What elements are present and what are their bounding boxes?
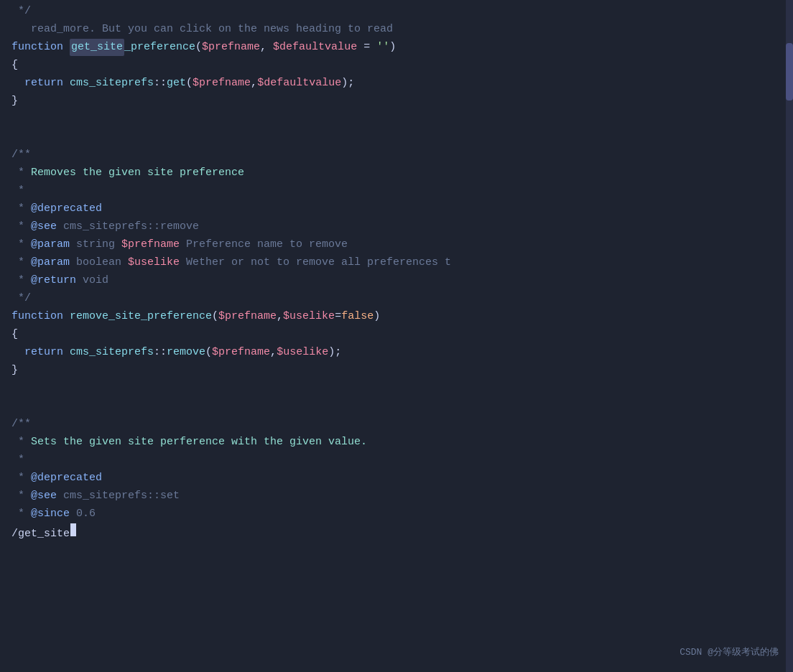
jsdoc-tag-see2: @see <box>31 487 57 505</box>
comma2: , <box>277 308 283 325</box>
code-text: read_more. But you can click on the news… <box>11 21 393 38</box>
jsdoc-param2-desc: Wether or not to remove all preferences … <box>180 254 451 271</box>
code-line-jsdoc-open2: /** <box>0 416 793 434</box>
code-line-jsdoc-open: /** <box>0 146 793 164</box>
code-line-jsdoc2: * Sets the given site perference with th… <box>0 434 793 452</box>
code-line-function-get-site: function get_site_preference($prefname, … <box>0 39 793 57</box>
code-line-empty2 <box>0 380 793 398</box>
code-line-empty <box>0 111 793 129</box>
jsdoc-desc: * <box>11 164 31 182</box>
code-line-param2: * @param boolean $uselike Wether or not … <box>0 254 793 272</box>
jsdoc-since-value: 0.6 <box>70 505 96 523</box>
text-cursor <box>70 523 76 536</box>
jsdoc-tag-since: @since <box>31 505 70 523</box>
jsdoc-param-desc: Preference name to remove <box>180 236 348 253</box>
jsdoc-see-value: cms_siteprefs::remove <box>57 218 199 235</box>
brace-close2: } <box>11 362 18 379</box>
jsdoc-star4: * <box>11 236 31 253</box>
paren-close-semi2: ); <box>328 344 341 361</box>
code-line: read_more. But you can click on the news… <box>0 21 793 39</box>
code-line-brace: { <box>0 57 793 75</box>
arg-defaultvalue: $defaultvalue <box>257 75 341 92</box>
jsdoc-tag-see: @see <box>31 218 57 235</box>
arg-prefname2: $prefname <box>212 344 270 361</box>
code-line-since: * @since 0.6 <box>0 505 793 523</box>
jsdoc-see-value2: cms_siteprefs::set <box>57 487 180 505</box>
code-line-jsdoc-star: * <box>0 182 793 200</box>
code-line-empty3 <box>0 398 793 416</box>
code-text: */ <box>11 3 31 20</box>
paren-close: ) <box>389 39 396 56</box>
brace-close: } <box>11 93 18 110</box>
jsdoc-text2: Sets the given site perference with the … <box>31 434 367 451</box>
jsdoc-open: /** <box>11 146 31 164</box>
partial-text: /get_site <box>11 526 70 543</box>
jsdoc-star5: * <box>11 254 31 271</box>
default-value: '' <box>376 39 389 56</box>
jsdoc-return-type: void <box>76 272 108 289</box>
jsdoc-star10: * <box>11 487 31 505</box>
brace-open: { <box>11 57 18 74</box>
code-line-brace-close2: } <box>0 362 793 380</box>
jsdoc-tag-return: @return <box>31 272 76 289</box>
jsdoc-tag-deprecated: @deprecated <box>31 200 102 218</box>
double-colon: :: <box>154 75 167 92</box>
jsdoc-tag-deprecated2: @deprecated <box>31 470 102 487</box>
code-line-brace2: { <box>0 326 793 344</box>
scrollbar-thumb[interactable] <box>786 43 793 101</box>
comma: , <box>260 39 273 56</box>
paren-close-semi: ); <box>341 75 354 92</box>
double-colon2: :: <box>154 344 167 361</box>
false-value: false <box>341 308 374 325</box>
keyword-return: return <box>11 75 70 92</box>
paren-open: ( <box>186 75 193 92</box>
jsdoc-param2-name: $uselike <box>128 254 180 271</box>
jsdoc-close: */ <box>11 290 31 307</box>
param-uselike: $uselike <box>283 308 335 325</box>
code-line-deprecated2: * @deprecated <box>0 470 793 487</box>
function-name-rest: _preference <box>124 39 195 56</box>
code-line-jsdoc-star2: * <box>0 452 793 470</box>
jsdoc-tag-param: @param <box>31 236 70 253</box>
paren-open2: ( <box>212 308 218 325</box>
param-prefname: $prefname <box>202 39 260 56</box>
function-name-highlight: get_site <box>70 39 124 56</box>
arg-prefname: $prefname <box>193 75 251 92</box>
comma3: , <box>270 344 277 361</box>
jsdoc-star6: * <box>11 272 31 289</box>
arg-uselike: $uselike <box>277 344 328 361</box>
keyword-function2: function <box>11 308 70 325</box>
code-line-return: return cms_siteprefs::get($prefname,$def… <box>0 75 793 93</box>
code-editor: */ read_more. But you can click on the n… <box>0 0 793 672</box>
jsdoc-tag-param2: @param <box>31 254 70 271</box>
jsdoc-param-name: $prefname <box>121 236 180 253</box>
jsdoc-star2: * <box>11 200 31 218</box>
jsdoc-star9: * <box>11 470 31 487</box>
jsdoc-open2: /** <box>11 416 31 433</box>
jsdoc-star7: * <box>11 434 31 451</box>
function-name-remove: remove_site_preference <box>70 308 212 325</box>
paren-close2: ) <box>374 308 380 325</box>
keyword-function: function <box>11 39 70 56</box>
class-name2: cms_siteprefs <box>70 344 154 361</box>
code-line-empty <box>0 129 793 146</box>
code-line-return-tag: * @return void <box>0 272 793 290</box>
code-line-return2: return cms_siteprefs::remove($prefname,$… <box>0 344 793 362</box>
code-line-jsdoc-close: */ <box>0 290 793 308</box>
scrollbar[interactable] <box>786 0 793 672</box>
watermark: CSDN @分等级考试的佛 <box>680 645 779 661</box>
paren-open3: ( <box>205 344 212 361</box>
code-line-deprecated: * @deprecated <box>0 200 793 218</box>
param-defaultvalue: $defaultvalue <box>273 39 357 56</box>
jsdoc-star: * <box>11 182 24 200</box>
code-line: */ <box>0 3 793 21</box>
brace-open2: { <box>11 326 18 343</box>
jsdoc-param2-type: boolean <box>70 254 128 271</box>
comma: , <box>251 75 257 92</box>
equals2: = <box>335 308 341 325</box>
class-name: cms_siteprefs <box>70 75 154 92</box>
code-line-see: * @see cms_siteprefs::remove <box>0 218 793 236</box>
code-line-param1: * @param string $prefname Preference nam… <box>0 236 793 254</box>
method-get: get <box>167 75 186 92</box>
code-line-see2: * @see cms_siteprefs::set <box>0 487 793 505</box>
